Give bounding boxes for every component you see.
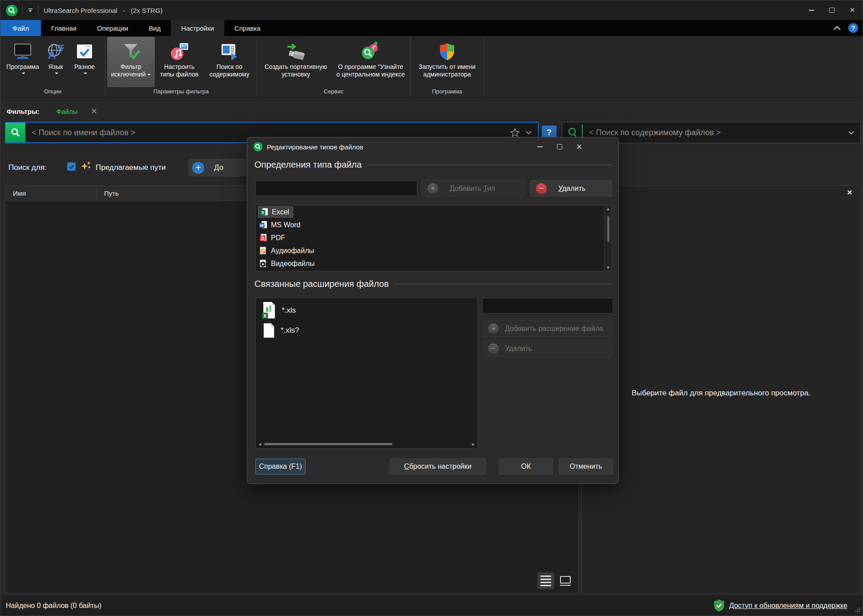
ribbon: Программа A Язык: [0, 36, 863, 97]
search-button[interactable]: [6, 123, 25, 142]
svg-text:X: X: [261, 210, 264, 215]
exclusion-filter-funnel-icon: [121, 41, 141, 62]
program-monitor-icon: [13, 42, 32, 61]
audio-file-icon: [259, 246, 267, 255]
scroll-left-icon[interactable]: ◄: [256, 442, 263, 447]
close-icon: ✕: [850, 6, 855, 14]
delete-type-button[interactable]: − Удалить: [530, 180, 612, 197]
file-name-search-input[interactable]: [25, 128, 510, 137]
maximize-icon: [829, 8, 835, 13]
dialog-help-button[interactable]: Справка (F1): [255, 459, 306, 475]
window-maximize-button[interactable]: [822, 0, 842, 20]
misc-button[interactable]: Разное: [68, 37, 101, 87]
favorite-star-icon[interactable]: [510, 128, 520, 137]
extension-list-hscrollbar[interactable]: ◄ ►: [256, 440, 477, 448]
file-type-pdf[interactable]: PDF: [256, 231, 612, 244]
dialog-app-icon: [253, 142, 263, 152]
collapse-ribbon-icon[interactable]: [833, 25, 841, 31]
statusbar: Найдено 0 файлов (0 байты) Доступ к обно…: [0, 596, 863, 616]
update-shield-icon: [714, 600, 725, 612]
usb-portable-icon: [285, 41, 307, 62]
tab-help[interactable]: Справка: [224, 20, 271, 36]
ribbon-group-label: Программа: [411, 87, 484, 97]
scroll-down-icon[interactable]: ▼: [605, 265, 612, 270]
language-button[interactable]: A Язык: [43, 37, 68, 87]
program-button[interactable]: Программа: [2, 37, 43, 87]
file-type-video[interactable]: Видеофайлы: [256, 257, 612, 270]
plus-icon: +: [192, 162, 204, 174]
extension-item-xls-wildcard[interactable]: *.xls?: [256, 323, 477, 338]
extensions-section-header: Связанные расширения файлов: [254, 279, 612, 289]
support-link[interactable]: Доступ к обновлениям и поддержке: [729, 602, 847, 610]
run-as-admin-button[interactable]: Запустить от имени администратора: [412, 37, 482, 87]
column-header-name[interactable]: Имя: [5, 186, 97, 201]
window-close-button[interactable]: ✕: [842, 0, 863, 20]
extension-input[interactable]: [482, 298, 613, 314]
tab-settings[interactable]: Настройки: [171, 20, 224, 36]
scrollbar-thumb[interactable]: [607, 216, 609, 242]
delete-extension-button[interactable]: − Удалить: [482, 340, 613, 357]
preview-message: Выберите файл для предварительного просм…: [582, 389, 860, 398]
exclusion-filter-button[interactable]: Фильтр исключений: [107, 37, 155, 87]
dialog-titlebar: Редактирование типов файлов ✕: [247, 137, 618, 156]
dropdown-caret-icon: [147, 74, 151, 76]
reset-settings-button[interactable]: Сбросить настройки: [390, 459, 486, 475]
type-name-input[interactable]: [255, 181, 417, 196]
configure-file-types-button[interactable]: Настроить типы файлов: [155, 37, 204, 87]
scrollbar-thumb[interactable]: [264, 443, 392, 445]
window-minimize-button[interactable]: [801, 0, 822, 20]
dropdown-caret-icon: [55, 72, 58, 74]
content-search-button[interactable]: Поиск по содержимому: [204, 37, 255, 87]
svg-text:W: W: [260, 223, 264, 228]
dropdown-caret-icon: [84, 72, 87, 74]
tab-home[interactable]: Главная: [41, 20, 87, 36]
filter-close-icon[interactable]: ✕: [91, 108, 97, 115]
filter-tab-files[interactable]: Файлы: [56, 108, 78, 115]
chevron-down-icon[interactable]: [848, 131, 854, 135]
chevron-down-icon[interactable]: [526, 131, 532, 135]
dialog-close-button[interactable]: ✕: [569, 140, 589, 154]
extension-list[interactable]: X *.xls *.xls? ◄ ►: [255, 298, 478, 449]
file-type-list[interactable]: X Excel W MS Word: [255, 205, 612, 271]
about-index-icon: [360, 41, 381, 62]
minus-icon: −: [488, 343, 499, 354]
extension-item-xls[interactable]: X *.xls: [256, 302, 477, 319]
scroll-right-icon[interactable]: ►: [470, 442, 477, 447]
file-type-excel[interactable]: X Excel: [256, 205, 612, 218]
minus-icon: −: [536, 183, 547, 194]
app-logo-icon: [6, 4, 18, 16]
add-extension-button[interactable]: + Добавить расширение файла: [482, 320, 613, 337]
close-icon: ✕: [576, 142, 582, 152]
preview-close-icon[interactable]: ✕: [847, 189, 852, 197]
help-icon[interactable]: ?: [848, 23, 858, 33]
preview-pane-button[interactable]: [557, 572, 574, 589]
file-type-word[interactable]: W MS Word: [256, 218, 612, 231]
create-portable-button[interactable]: Создать портативную установку: [259, 37, 333, 87]
search-for-label: Поиск для:: [8, 163, 47, 172]
quick-access-toolbar-icon[interactable]: [27, 8, 33, 12]
about-program-button[interactable]: О программе "Узнайте о центральном индек…: [333, 37, 408, 87]
suggested-paths-label[interactable]: Предлагаемые пути: [96, 163, 166, 172]
tab-operations[interactable]: Операции: [87, 20, 138, 36]
svg-text:X: X: [263, 313, 266, 318]
tab-view[interactable]: Вид: [138, 20, 171, 36]
word-icon: W: [259, 221, 267, 229]
misc-window-check-icon: [75, 42, 94, 61]
uac-shield-icon: [437, 42, 457, 61]
tab-file[interactable]: Файл: [0, 20, 41, 36]
cancel-button[interactable]: Отменить: [559, 459, 613, 475]
application-window: UltraSearch Professional - (2x STRG) ✕ Ф…: [0, 0, 863, 616]
file-type-audio[interactable]: Аудиофайлы: [256, 244, 612, 257]
add-type-button[interactable]: + Добавить Тип: [422, 180, 525, 197]
ok-button[interactable]: ОК: [499, 459, 553, 475]
type-list-scrollbar[interactable]: ▲ ▼: [604, 205, 612, 271]
scroll-up-icon[interactable]: ▲: [605, 206, 612, 211]
content-search-icon: [568, 127, 578, 138]
suggested-paths-checkbox[interactable]: [67, 162, 76, 171]
resize-grip-icon[interactable]: [854, 606, 861, 613]
content-search-input[interactable]: [583, 128, 848, 137]
dialog-maximize-button[interactable]: [550, 140, 569, 154]
list-view-button[interactable]: [537, 572, 554, 589]
dialog-minimize-button[interactable]: [530, 140, 550, 154]
plus-icon: +: [488, 323, 499, 334]
